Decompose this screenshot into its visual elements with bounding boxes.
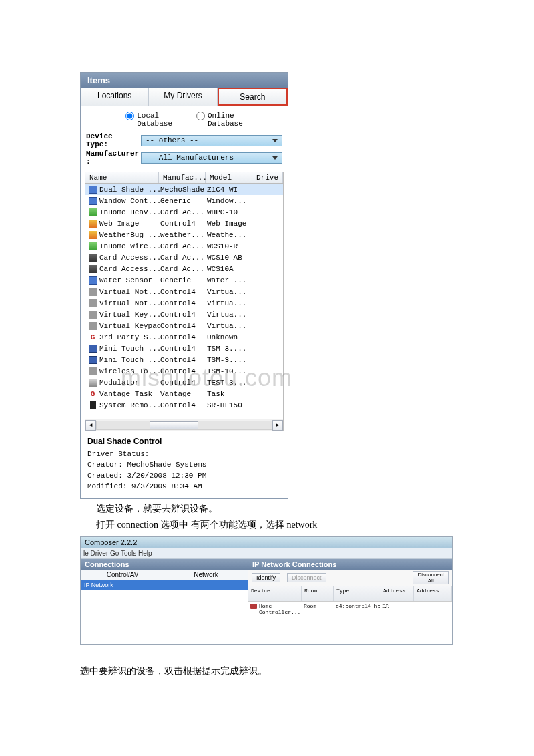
tab-network[interactable]: Network xyxy=(164,570,248,580)
row-icon xyxy=(87,343,98,353)
col-driver[interactable]: Drive xyxy=(252,172,283,183)
cell-manufacturer: Control4 xyxy=(160,288,207,296)
table-row[interactable]: System Remo...Control4SR-HL150 xyxy=(85,399,283,411)
device-type-select[interactable]: -- others -- xyxy=(141,135,282,146)
cell-manufacturer: Control4 xyxy=(160,220,207,228)
controller-icon xyxy=(250,604,257,609)
composer-menu[interactable]: le Driver Go Tools Help xyxy=(81,548,452,559)
row-icon xyxy=(87,264,98,274)
table-row[interactable]: WeatherBug ...weather...Weathe... xyxy=(85,229,283,240)
cell-model: WHPC-10 xyxy=(207,208,254,216)
cell-name: Dual Shade ... xyxy=(99,186,160,194)
table-row[interactable]: Window Cont...GenericWindow... xyxy=(85,195,283,206)
table-row[interactable]: InHome Heav...Card Ac...WHPC-10 xyxy=(85,206,283,218)
detail-line: Creator: MechoShade Systems xyxy=(87,461,281,469)
chevron-down-icon xyxy=(272,139,278,142)
cell-manufacturer: Generic xyxy=(160,276,207,285)
scroll-track[interactable] xyxy=(96,421,272,430)
cell-name: Virtual Keypad xyxy=(99,322,160,330)
table-row[interactable]: Virtual KeypadControl4Virtua... xyxy=(85,320,283,331)
row-icon: G xyxy=(87,389,98,399)
ip-table-row[interactable]: Home Controller... Room c4:control4_hc..… xyxy=(248,602,452,616)
scroll-left-button[interactable]: ◄ xyxy=(85,420,96,431)
cell-manufacturer: Card Ac... xyxy=(160,265,207,273)
table-row[interactable]: Wireless To...Control4TSM-10... xyxy=(85,365,283,377)
items-panel: Items Locations My Drivers Search Local … xyxy=(80,72,288,499)
radio-local-input[interactable] xyxy=(125,112,134,120)
manufacturer-label: Manufacturer : xyxy=(86,150,141,166)
row-icon xyxy=(87,275,98,285)
table-row[interactable]: Virtual Not...Control4Virtua... xyxy=(85,297,283,309)
cell-name: System Remo... xyxy=(99,401,160,409)
panel-title: Items xyxy=(81,73,288,88)
table-row[interactable]: Card Access...Card Ac...WCS10-AB xyxy=(85,252,283,263)
disconnect-button[interactable]: Disconnect xyxy=(287,573,326,582)
body-text-3: 选中要辨识的设备，双击根据提示完成辨识。 xyxy=(80,665,534,677)
table-body[interactable]: Dual Shade ...MechoShadeZ1C4-WIWindow Co… xyxy=(85,184,283,419)
identify-button[interactable]: Identify xyxy=(252,573,280,582)
radio-online-input[interactable] xyxy=(196,112,205,120)
device-type-row: Device Type: -- others -- xyxy=(81,132,288,149)
table-row[interactable]: Virtual Key...Control4Virtua... xyxy=(85,309,283,320)
col-address[interactable]: Address xyxy=(414,586,452,601)
row-icon: G xyxy=(87,332,98,342)
tab-locations[interactable]: Locations xyxy=(81,88,149,106)
table-row[interactable]: Virtual Not...Control4Virtua... xyxy=(85,286,283,297)
table-row[interactable]: GVantage TaskVantageTask xyxy=(85,388,283,399)
col-manufacturer[interactable]: Manufac... xyxy=(159,172,206,183)
disconnect-all-button[interactable]: Disconnect All xyxy=(413,571,449,584)
cell-name: Virtual Not... xyxy=(99,299,160,307)
table-row[interactable]: Mini Touch ...Control4TSM-3.... xyxy=(85,343,283,354)
table-row[interactable]: Mini Touch ...Control4TSM-3.... xyxy=(85,354,283,365)
scroll-right-button[interactable]: ► xyxy=(272,420,283,431)
col-device[interactable]: Device xyxy=(248,586,302,601)
tab-control-av[interactable]: Control/AV xyxy=(81,570,164,580)
detail-line: Created: 3/20/2008 12:30 PM xyxy=(87,471,281,480)
ip-toolbar: Identify Disconnect Disconnect All xyxy=(248,570,452,586)
cell-model: Unknown xyxy=(207,333,254,341)
cell-manufacturer: weather... xyxy=(160,231,207,239)
table-row[interactable]: Web ImageControl4Web Image xyxy=(85,218,283,229)
col-address-type[interactable]: Address ... xyxy=(380,586,414,601)
col-room[interactable]: Room xyxy=(302,586,334,601)
tab-my-drivers[interactable]: My Drivers xyxy=(149,88,217,106)
composer-title: Composer 2.2.2 xyxy=(81,537,452,548)
radio-online-database[interactable]: Online Database xyxy=(196,112,243,128)
row-icon xyxy=(87,309,98,319)
cell-manufacturer: Generic xyxy=(160,197,207,205)
table-header: Name Manufac... Model Drive xyxy=(85,172,283,184)
cell-name: Vantage Task xyxy=(99,390,160,398)
cell-manufacturer: Control4 xyxy=(160,401,207,409)
col-name[interactable]: Name xyxy=(85,172,159,183)
table-row[interactable]: InHome Wire...Card Ac...WCS10-R xyxy=(85,240,283,252)
device-type-label: Device Type: xyxy=(86,132,141,148)
details-title: Dual Shade Control xyxy=(87,437,281,446)
cell-manufacturer: Card Ac... xyxy=(160,208,207,216)
table-row[interactable]: Dual Shade ...MechoShadeZ1C4-WI xyxy=(85,184,283,195)
row-icon xyxy=(87,207,98,217)
scroll-thumb[interactable] xyxy=(150,421,198,429)
row-icon xyxy=(87,298,98,308)
cell-manufacturer: Control4 xyxy=(160,299,207,307)
manufacturer-select[interactable]: -- All Manufacturers -- xyxy=(141,152,282,164)
table-row[interactable]: Water SensorGenericWater ... xyxy=(85,274,283,286)
radio-local-database[interactable]: Local Database xyxy=(125,112,172,128)
table-row[interactable]: G3rd Party S...Control4Unknown xyxy=(85,331,283,343)
cell-model: WCS10A xyxy=(207,265,254,273)
tab-search[interactable]: Search xyxy=(218,88,288,106)
detail-line: Modified: 9/3/2009 8:34 AM xyxy=(87,482,281,490)
ip-network-item[interactable]: IP Network xyxy=(81,580,248,590)
cell-model: Web Image xyxy=(207,220,254,228)
cell-model: Virtua... xyxy=(207,311,254,319)
table-row[interactable]: ModulatorControl4TEST-3... xyxy=(85,377,283,388)
composer-window: Composer 2.2.2 le Driver Go Tools Help C… xyxy=(80,536,453,645)
cell-manufacturer: Control4 xyxy=(160,333,207,341)
row-icon xyxy=(87,287,98,297)
col-model[interactable]: Model xyxy=(206,172,252,183)
cell-manufacturer: Vantage xyxy=(160,390,207,398)
h-scrollbar[interactable]: ◄ ► xyxy=(85,419,283,431)
table-row[interactable]: Card Access...Card Ac...WCS10A xyxy=(85,263,283,274)
col-type[interactable]: Type xyxy=(334,586,380,601)
cell-model: Water ... xyxy=(207,276,254,285)
connections-panel: Connections Control/AV Network IP Networ… xyxy=(81,559,248,644)
